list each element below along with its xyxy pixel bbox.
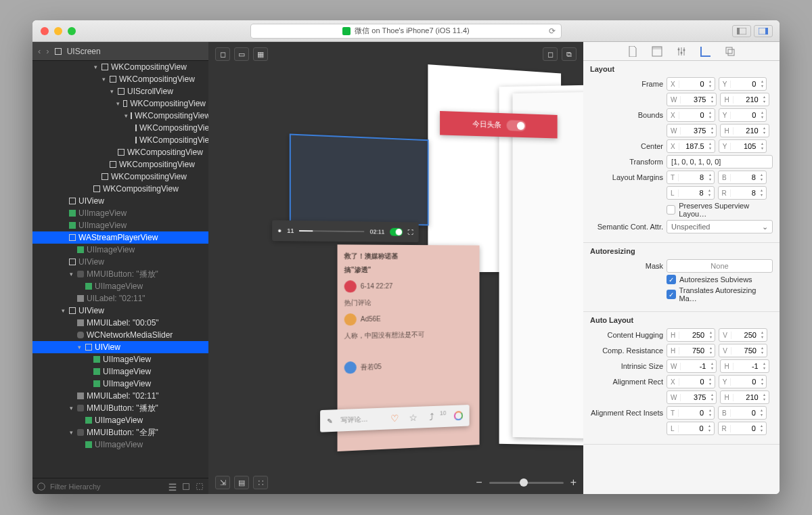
dashed-icon[interactable]: [195, 482, 204, 491]
tree-row[interactable]: UILabel: "02:11": [32, 292, 208, 305]
bounds-w-field[interactable]: W▴▾: [667, 124, 717, 137]
tree-row[interactable]: UIImageView: [32, 219, 208, 231]
hugging-h-field[interactable]: H▴▾: [667, 328, 715, 342]
intrinsic-w-field[interactable]: W▴▾: [667, 359, 717, 373]
disclosure-triangle[interactable]: ▾: [68, 429, 74, 436]
resist-v-field[interactable]: V▴▾: [719, 344, 767, 357]
align-w-field[interactable]: W▴▾: [667, 390, 717, 404]
tree-row[interactable]: ▾UIView: [32, 341, 208, 353]
tree-row[interactable]: WKCompositingView: [32, 134, 208, 146]
zoom-thumb[interactable]: [520, 478, 528, 487]
bounds-x-field[interactable]: X▴▾: [667, 108, 715, 122]
align-y-field[interactable]: Y▴▾: [719, 375, 767, 388]
minimize-button[interactable]: [54, 27, 62, 35]
tree-row[interactable]: ▾WKCompositingView: [32, 61, 208, 73]
tab-history[interactable]: [650, 45, 664, 58]
hugging-v-field[interactable]: V▴▾: [719, 328, 767, 342]
disclosure-triangle[interactable]: ▾: [68, 405, 74, 411]
disclosure-triangle[interactable]: ▾: [68, 271, 74, 277]
tree-row[interactable]: ▾WKCompositingView: [32, 97, 208, 110]
left-panel-toggle[interactable]: [732, 25, 751, 37]
tree-row[interactable]: MMUILabel: "00:05": [32, 317, 208, 329]
align-h-field[interactable]: H▴▾: [720, 390, 769, 404]
resist-h-field[interactable]: H▴▾: [667, 344, 715, 357]
preserve-checkbox-row[interactable]: Preserves Superview Layou…: [667, 202, 773, 218]
disclosure-triangle[interactable]: ▾: [116, 100, 120, 107]
frame-x-field[interactable]: X▴▾: [667, 77, 715, 91]
tree-row[interactable]: WKCompositingView: [32, 171, 208, 183]
disclosure-triangle[interactable]: ▾: [125, 112, 128, 119]
translates-checkbox[interactable]: ✓: [667, 290, 676, 299]
clip-mode-button[interactable]: ◻: [215, 47, 230, 61]
tree-row[interactable]: ▾MMUIButton: "播放": [32, 268, 208, 280]
tree-row[interactable]: ▾MMUIButton: "播放": [32, 402, 208, 414]
tree-row[interactable]: ▾MMUIButton: "全屏": [32, 426, 208, 439]
adjust-icon[interactable]: [168, 482, 177, 491]
zoom-in-button[interactable]: +: [570, 476, 577, 489]
tree-row[interactable]: WKCompositingView: [32, 158, 208, 171]
frame-w-field[interactable]: W▴▾: [667, 93, 717, 106]
inset-b-field[interactable]: B▴▾: [718, 406, 767, 420]
tree-row[interactable]: WAStreamPlayerView: [32, 231, 208, 244]
tab-size-inspector[interactable]: [699, 45, 713, 58]
tree-row[interactable]: ▾WKCompositingView: [32, 110, 208, 122]
mask-box[interactable]: None: [667, 259, 773, 273]
view-hierarchy-tree[interactable]: ▾WKCompositingView▾WKCompositingView▾UIS…: [32, 61, 208, 478]
autosub-row[interactable]: ✓Autoresizes Subviews: [667, 275, 773, 284]
margin-l-field[interactable]: L▴▾: [667, 186, 715, 200]
translates-row[interactable]: ✓Translates Autoresizing Ma…: [667, 286, 773, 303]
tree-row[interactable]: WKCompositingView: [32, 183, 208, 195]
back-button[interactable]: ‹: [38, 46, 41, 56]
spacing-button[interactable]: ⇲: [215, 476, 230, 489]
tree-row[interactable]: MMUILabel: "02:11": [32, 390, 208, 402]
margin-t-field[interactable]: T▴▾: [667, 171, 715, 184]
tab-file[interactable]: [626, 45, 639, 58]
frame-h-field[interactable]: H▴▾: [720, 93, 769, 106]
close-button[interactable]: [41, 27, 49, 35]
tree-row[interactable]: ▾UIView: [32, 305, 208, 317]
forward-button[interactable]: ›: [46, 46, 49, 56]
zoom-button[interactable]: [68, 27, 76, 35]
view-3d-scene[interactable]: 今日头条 ● 11 02:11 ⛶ 救了！澳媒称诺基 搞"渗透" 6-14 22…: [249, 69, 556, 467]
tree-row[interactable]: UIImageView: [32, 244, 208, 256]
disclosure-triangle[interactable]: ▾: [60, 307, 66, 314]
orient-3d-button[interactable]: ⧉: [562, 47, 577, 61]
tree-row[interactable]: WKCompositingView: [32, 146, 208, 158]
zoom-track[interactable]: [489, 482, 564, 484]
tree-row[interactable]: UIImageView: [32, 414, 208, 426]
tree-row[interactable]: WCNetworkMediaSlider: [32, 329, 208, 341]
wireframe-mode-button[interactable]: ▭: [234, 47, 249, 61]
disclosure-triangle[interactable]: ▾: [92, 64, 99, 70]
tree-row[interactable]: ▾UIScrollView: [32, 85, 208, 97]
tree-row[interactable]: UIImageView: [32, 378, 208, 390]
zoom-slider[interactable]: − +: [476, 476, 577, 489]
tree-row[interactable]: UIView: [32, 256, 208, 268]
preserve-checkbox[interactable]: [667, 205, 675, 215]
margin-b-field[interactable]: B▴▾: [718, 171, 767, 184]
filter-input[interactable]: [50, 483, 164, 491]
refresh-icon[interactable]: ⟳: [549, 26, 556, 36]
frame-y-field[interactable]: Y▴▾: [719, 77, 767, 91]
tree-row[interactable]: UIImageView: [32, 280, 208, 292]
semantic-select[interactable]: Unspecified⌄: [667, 220, 773, 233]
tab-object[interactable]: [723, 45, 737, 58]
bounds-h-field[interactable]: H▴▾: [720, 124, 769, 137]
center-x-field[interactable]: X▴▾: [667, 139, 715, 153]
range-button[interactable]: ▤: [234, 476, 249, 489]
align-x-field[interactable]: X▴▾: [667, 375, 715, 388]
center-y-field[interactable]: Y▴▾: [719, 139, 767, 153]
tree-row[interactable]: UIImageView: [32, 353, 208, 365]
right-panel-toggle[interactable]: [754, 25, 773, 37]
intrinsic-h-field[interactable]: H▴▾: [720, 359, 769, 373]
margin-r-field[interactable]: R▴▾: [718, 186, 767, 200]
tree-row[interactable]: ▾WKCompositingView: [32, 73, 208, 85]
scope-icon[interactable]: [181, 482, 191, 491]
autosub-checkbox[interactable]: ✓: [667, 275, 676, 284]
disclosure-triangle[interactable]: ▾: [76, 344, 83, 351]
tree-row[interactable]: UIImageView: [32, 439, 208, 451]
constraints-button[interactable]: ⸬: [253, 476, 268, 489]
inset-l-field[interactable]: L▴▾: [667, 422, 715, 435]
tree-row[interactable]: UIView: [32, 195, 208, 207]
inset-t-field[interactable]: T▴▾: [667, 406, 715, 420]
tab-help[interactable]: [675, 45, 688, 58]
